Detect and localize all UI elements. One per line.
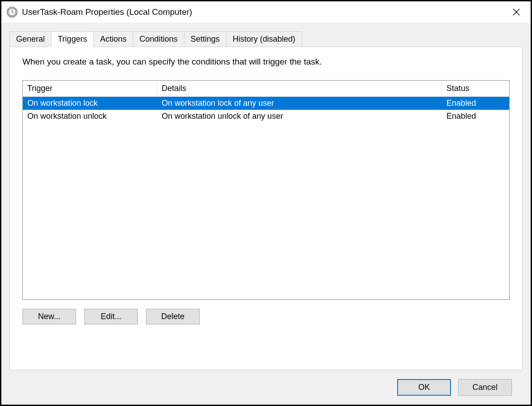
clock-icon [7, 7, 17, 17]
tab-settings[interactable]: Settings [184, 31, 227, 47]
column-header-trigger[interactable]: Trigger [23, 81, 157, 97]
content-area: General Triggers Actions Conditions Sett… [1, 23, 531, 405]
dialog-footer: OK Cancel [9, 370, 523, 405]
ok-button[interactable]: OK [397, 379, 451, 396]
trigger-cell-trigger: On workstation lock [23, 97, 157, 110]
trigger-action-buttons: New... Edit... Delete [22, 309, 510, 324]
svg-line-2 [12, 12, 13, 13]
trigger-row[interactable]: On workstation lockOn workstation lock o… [23, 97, 509, 110]
window-title: UserTask-Roam Properties (Local Computer… [22, 7, 507, 17]
properties-dialog: UserTask-Roam Properties (Local Computer… [0, 0, 532, 406]
column-header-details[interactable]: Details [157, 81, 442, 97]
trigger-cell-trigger: On workstation unlock [23, 110, 157, 123]
tab-actions[interactable]: Actions [93, 31, 133, 47]
column-header-status[interactable]: Status [442, 81, 509, 97]
cancel-button[interactable]: Cancel [458, 379, 512, 396]
panel-description: When you create a task, you can specify … [22, 57, 510, 67]
trigger-row[interactable]: On workstation unlockOn workstation unlo… [23, 110, 509, 123]
tab-triggers[interactable]: Triggers [51, 31, 94, 47]
tab-conditions[interactable]: Conditions [133, 31, 184, 47]
delete-button[interactable]: Delete [146, 309, 200, 324]
edit-button[interactable]: Edit... [84, 309, 138, 324]
triggers-listview[interactable]: Trigger Details Status On workstation lo… [22, 80, 510, 300]
tab-history[interactable]: History (disabled) [226, 31, 302, 47]
list-body: On workstation lockOn workstation lock o… [23, 97, 509, 299]
tab-strip: General Triggers Actions Conditions Sett… [9, 31, 523, 47]
triggers-panel: When you create a task, you can specify … [9, 47, 523, 370]
titlebar: UserTask-Roam Properties (Local Computer… [1, 1, 531, 23]
close-button[interactable] [507, 5, 525, 19]
trigger-cell-status: Enabled [442, 97, 509, 110]
new-button[interactable]: New... [22, 309, 76, 324]
tab-general[interactable]: General [9, 31, 51, 47]
list-header: Trigger Details Status [23, 81, 509, 97]
trigger-cell-details: On workstation lock of any user [157, 97, 442, 110]
trigger-cell-details: On workstation unlock of any user [157, 110, 442, 123]
trigger-cell-status: Enabled [442, 110, 509, 123]
